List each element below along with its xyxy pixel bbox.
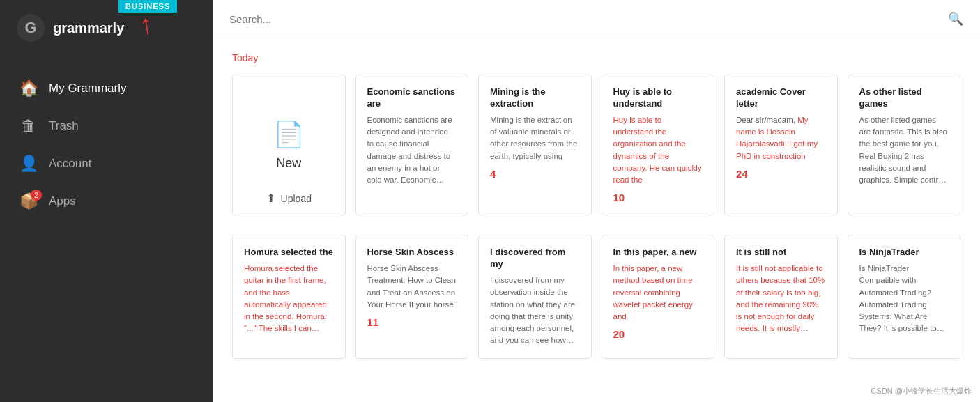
- account-icon: 👤: [20, 155, 38, 173]
- card-title: In this paper, a new: [613, 247, 703, 258]
- card-title: Economic sanctions are: [367, 86, 457, 110]
- card-title: Huy is able to understand: [613, 86, 703, 110]
- sidebar-item-label: Apps: [49, 194, 76, 208]
- upload-label: Upload: [281, 193, 312, 204]
- doc-card[interactable]: Horse Skin Abscess Horse Skin Abscess Tr…: [355, 235, 469, 358]
- logo-area: G grammarly: [0, 0, 213, 56]
- home-icon: 🏠: [20, 79, 38, 98]
- card-title: Is NinjaTrader: [859, 247, 949, 258]
- doc-card[interactable]: academic Cover letter Dear sir/madam, My…: [724, 75, 838, 215]
- card-excerpt: Horse Skin Abscess Treatment: How to Cle…: [367, 263, 457, 311]
- doc-card[interactable]: Mining is the extraction Mining is the e…: [478, 75, 592, 215]
- trash-icon: 🗑: [20, 117, 38, 135]
- new-document-icon: 📄: [273, 120, 305, 149]
- doc-card[interactable]: Economic sanctions are Economic sanction…: [355, 75, 469, 215]
- card-excerpt: Homura selected the guitar in the first …: [244, 263, 334, 335]
- sidebar-item-label: Trash: [49, 119, 79, 133]
- card-title: As other listed games: [859, 86, 949, 110]
- search-input[interactable]: [229, 13, 942, 25]
- card-count: 20: [613, 328, 703, 340]
- card-title: academic Cover letter: [736, 86, 826, 110]
- card-count: 11: [367, 316, 457, 328]
- sidebar-item-apps[interactable]: 📦 2 Apps: [0, 183, 213, 220]
- doc-card[interactable]: As other listed games As other listed ga…: [848, 75, 961, 215]
- sidebar-item-trash[interactable]: 🗑 Trash: [0, 107, 213, 145]
- sidebar-item-label: Account: [49, 157, 91, 171]
- card-excerpt: As other listed games are fantastic. Thi…: [859, 114, 949, 187]
- content-area: Today 📄 New ⬆ Upload Economic sanctions …: [213, 38, 980, 402]
- search-icon: 🔍: [948, 11, 963, 26]
- upload-icon: ⬆: [266, 192, 275, 205]
- doc-card[interactable]: In this paper, a new In this paper, a ne…: [602, 235, 715, 358]
- sidebar-item-account[interactable]: 👤 Account: [0, 145, 213, 183]
- apps-badge: 2: [31, 190, 42, 201]
- watermark: CSDN @小锋学长生活大爆炸: [871, 386, 972, 396]
- card-title: Homura selected the: [244, 247, 334, 258]
- main-content: 🔍 Today 📄 New ⬆ Upload Economic sanction…: [213, 0, 980, 402]
- sidebar-nav: 🏠 My Grammarly 🗑 Trash 👤 Account 📦 2 App…: [0, 56, 213, 234]
- card-excerpt: Economic sanctions are designed and inte…: [367, 114, 457, 187]
- today-label: Today: [232, 52, 960, 63]
- card-excerpt: Is NinjaTrader Compatible with Automated…: [859, 263, 949, 335]
- search-bar: 🔍: [213, 0, 980, 38]
- upload-button[interactable]: ⬆ Upload: [266, 192, 312, 205]
- cards-row-2: Homura selected the Homura selected the …: [232, 235, 960, 358]
- logo-icon: G: [17, 14, 45, 42]
- doc-card[interactable]: Homura selected the Homura selected the …: [232, 235, 346, 358]
- card-title: It is still not: [736, 247, 826, 258]
- new-label: New: [276, 156, 301, 171]
- card-title: I discovered from my: [490, 247, 580, 270]
- card-excerpt: It is still not applicable to others bec…: [736, 263, 826, 335]
- doc-card[interactable]: It is still not It is still not applicab…: [724, 235, 838, 358]
- card-excerpt: In this paper, a new method based on tim…: [613, 263, 703, 323]
- card-excerpt: Mining is the extraction of valuable min…: [490, 114, 580, 162]
- sidebar-item-label: My Grammarly: [49, 82, 126, 95]
- card-count: 4: [490, 168, 580, 180]
- card-excerpt: Dear sir/madam, My name is Hossein Hajar…: [736, 114, 826, 162]
- card-excerpt: Huy is able to understand the organizati…: [613, 114, 703, 187]
- card-count: 10: [613, 192, 703, 203]
- new-document-card[interactable]: 📄 New ⬆ Upload: [232, 75, 346, 215]
- card-title: Horse Skin Abscess: [367, 247, 457, 258]
- card-title: Mining is the extraction: [490, 86, 580, 110]
- doc-card[interactable]: Huy is able to understand Huy is able to…: [602, 75, 715, 215]
- card-count: 24: [736, 168, 826, 180]
- sidebar-item-my-grammarly[interactable]: 🏠 My Grammarly: [0, 70, 213, 107]
- cards-row-1: 📄 New ⬆ Upload Economic sanctions are Ec…: [232, 75, 960, 215]
- sidebar: G grammarly BUSINESS ↑ 🏠 My Grammarly 🗑 …: [0, 0, 213, 402]
- doc-card[interactable]: Is NinjaTrader Is NinjaTrader Compatible…: [848, 235, 961, 358]
- card-excerpt: I discovered from my observation inside …: [490, 275, 580, 347]
- logo-text: grammarly: [53, 20, 124, 36]
- doc-card[interactable]: I discovered from my I discovered from m…: [478, 235, 592, 358]
